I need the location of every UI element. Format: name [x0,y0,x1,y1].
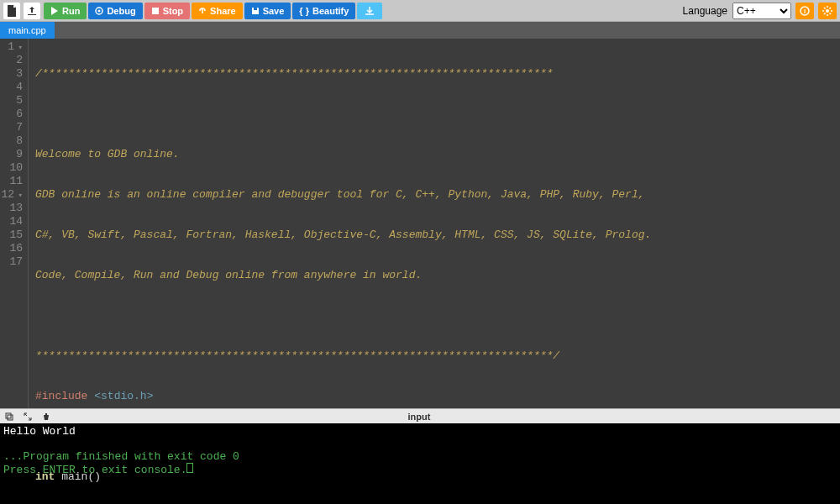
svg-point-1 [98,9,101,12]
cursor-icon [186,463,193,473]
line-gutter: 1▾23456789101112▾1314151617 [0,39,29,408]
language-select[interactable]: C++ [732,3,791,19]
code-content[interactable]: /***************************************… [29,39,840,408]
stop-label: Stop [163,6,183,16]
language-label: Language [683,5,727,17]
save-button[interactable]: Save [244,3,291,19]
tab-main-cpp[interactable]: main.cpp [0,22,55,39]
toolbar: Run Debug Stop Share Save { }Beautify La… [0,0,840,22]
console-prompt: Press ENTER to exit console. [3,464,186,476]
console-stdout: Hello World [3,425,76,438]
download-button[interactable] [357,3,382,19]
tab-bar: main.cpp [0,22,840,39]
run-label: Run [62,6,80,16]
clear-icon[interactable] [40,411,52,423]
stop-button[interactable]: Stop [144,3,190,19]
share-button[interactable]: Share [192,3,243,19]
svg-rect-7 [8,415,13,420]
console-bar: input [0,408,840,423]
svg-rect-2 [152,8,159,14]
console-tab-input[interactable]: input [59,412,780,422]
share-label: Share [210,6,236,16]
expand-icon[interactable] [22,411,34,423]
upload-icon[interactable] [24,3,40,19]
settings-button[interactable] [818,3,837,19]
new-file-icon[interactable] [3,3,20,19]
copy-icon[interactable] [3,411,15,423]
info-button[interactable]: i [795,3,814,19]
debug-button[interactable]: Debug [88,3,142,19]
svg-point-5 [826,9,829,13]
save-label: Save [263,6,285,16]
svg-text:i: i [804,8,806,15]
beautify-label: Beautify [312,6,349,16]
tab-label: main.cpp [8,25,46,35]
beautify-button[interactable]: { }Beautify [292,3,355,19]
console-status: ...Program finished with exit code 0 [3,450,239,463]
debug-label: Debug [107,6,135,16]
code-editor[interactable]: 1▾23456789101112▾1314151617 /***********… [0,39,840,408]
svg-rect-6 [6,413,11,418]
run-button[interactable]: Run [44,3,87,19]
